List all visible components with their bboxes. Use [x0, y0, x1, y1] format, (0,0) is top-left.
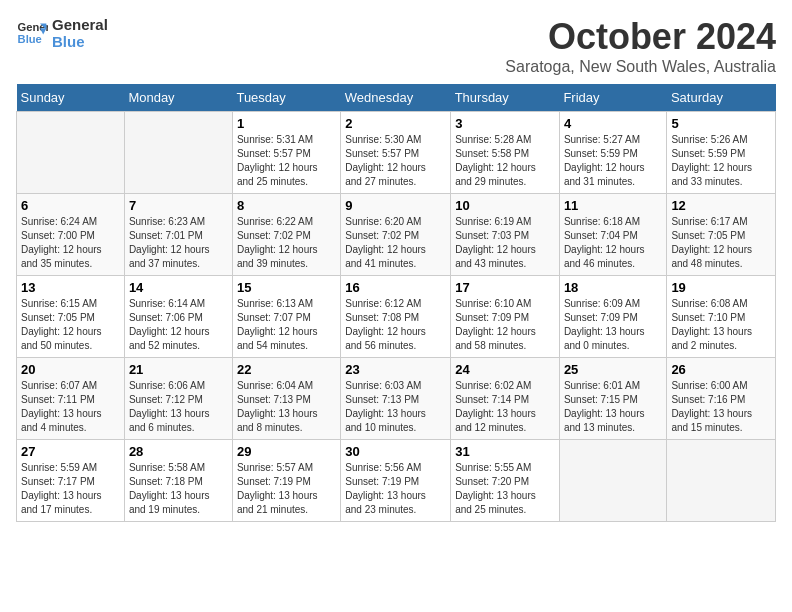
day-number: 29 — [237, 444, 336, 459]
day-cell: 21Sunrise: 6:06 AM Sunset: 7:12 PM Dayli… — [124, 358, 232, 440]
day-number: 4 — [564, 116, 663, 131]
day-number: 14 — [129, 280, 228, 295]
day-cell: 14Sunrise: 6:14 AM Sunset: 7:06 PM Dayli… — [124, 276, 232, 358]
day-number: 9 — [345, 198, 446, 213]
day-number: 24 — [455, 362, 555, 377]
calendar-table: SundayMondayTuesdayWednesdayThursdayFrid… — [16, 84, 776, 522]
header-row: SundayMondayTuesdayWednesdayThursdayFrid… — [17, 84, 776, 112]
day-info: Sunrise: 6:04 AM Sunset: 7:13 PM Dayligh… — [237, 379, 336, 435]
day-info: Sunrise: 5:57 AM Sunset: 7:19 PM Dayligh… — [237, 461, 336, 517]
day-info: Sunrise: 5:58 AM Sunset: 7:18 PM Dayligh… — [129, 461, 228, 517]
day-info: Sunrise: 6:15 AM Sunset: 7:05 PM Dayligh… — [21, 297, 120, 353]
day-info: Sunrise: 6:23 AM Sunset: 7:01 PM Dayligh… — [129, 215, 228, 271]
week-row-4: 27Sunrise: 5:59 AM Sunset: 7:17 PM Dayli… — [17, 440, 776, 522]
day-number: 26 — [671, 362, 771, 377]
day-number: 3 — [455, 116, 555, 131]
day-info: Sunrise: 5:56 AM Sunset: 7:19 PM Dayligh… — [345, 461, 446, 517]
week-row-3: 20Sunrise: 6:07 AM Sunset: 7:11 PM Dayli… — [17, 358, 776, 440]
day-cell: 12Sunrise: 6:17 AM Sunset: 7:05 PM Dayli… — [667, 194, 776, 276]
svg-text:Blue: Blue — [18, 33, 42, 45]
day-info: Sunrise: 5:26 AM Sunset: 5:59 PM Dayligh… — [671, 133, 771, 189]
day-cell — [559, 440, 667, 522]
logo-line2: Blue — [52, 33, 108, 50]
day-number: 1 — [237, 116, 336, 131]
day-cell: 29Sunrise: 5:57 AM Sunset: 7:19 PM Dayli… — [232, 440, 340, 522]
day-number: 20 — [21, 362, 120, 377]
day-number: 19 — [671, 280, 771, 295]
day-info: Sunrise: 6:03 AM Sunset: 7:13 PM Dayligh… — [345, 379, 446, 435]
week-row-2: 13Sunrise: 6:15 AM Sunset: 7:05 PM Dayli… — [17, 276, 776, 358]
day-info: Sunrise: 6:20 AM Sunset: 7:02 PM Dayligh… — [345, 215, 446, 271]
day-cell: 25Sunrise: 6:01 AM Sunset: 7:15 PM Dayli… — [559, 358, 667, 440]
week-row-0: 1Sunrise: 5:31 AM Sunset: 5:57 PM Daylig… — [17, 112, 776, 194]
day-number: 15 — [237, 280, 336, 295]
logo-line1: General — [52, 16, 108, 33]
day-cell: 10Sunrise: 6:19 AM Sunset: 7:03 PM Dayli… — [451, 194, 560, 276]
day-info: Sunrise: 6:22 AM Sunset: 7:02 PM Dayligh… — [237, 215, 336, 271]
header-thursday: Thursday — [451, 84, 560, 112]
title-block: October 2024 Saratoga, New South Wales, … — [505, 16, 776, 76]
day-info: Sunrise: 6:00 AM Sunset: 7:16 PM Dayligh… — [671, 379, 771, 435]
day-info: Sunrise: 6:19 AM Sunset: 7:03 PM Dayligh… — [455, 215, 555, 271]
day-cell: 4Sunrise: 5:27 AM Sunset: 5:59 PM Daylig… — [559, 112, 667, 194]
calendar-title: October 2024 — [505, 16, 776, 58]
day-cell: 8Sunrise: 6:22 AM Sunset: 7:02 PM Daylig… — [232, 194, 340, 276]
day-number: 30 — [345, 444, 446, 459]
day-number: 17 — [455, 280, 555, 295]
day-number: 28 — [129, 444, 228, 459]
day-cell: 11Sunrise: 6:18 AM Sunset: 7:04 PM Dayli… — [559, 194, 667, 276]
day-number: 21 — [129, 362, 228, 377]
day-cell — [17, 112, 125, 194]
calendar-subtitle: Saratoga, New South Wales, Australia — [505, 58, 776, 76]
day-number: 22 — [237, 362, 336, 377]
day-cell — [667, 440, 776, 522]
day-info: Sunrise: 5:30 AM Sunset: 5:57 PM Dayligh… — [345, 133, 446, 189]
day-cell: 1Sunrise: 5:31 AM Sunset: 5:57 PM Daylig… — [232, 112, 340, 194]
day-info: Sunrise: 6:18 AM Sunset: 7:04 PM Dayligh… — [564, 215, 663, 271]
header-sunday: Sunday — [17, 84, 125, 112]
day-number: 18 — [564, 280, 663, 295]
day-cell: 24Sunrise: 6:02 AM Sunset: 7:14 PM Dayli… — [451, 358, 560, 440]
day-info: Sunrise: 6:08 AM Sunset: 7:10 PM Dayligh… — [671, 297, 771, 353]
day-cell: 13Sunrise: 6:15 AM Sunset: 7:05 PM Dayli… — [17, 276, 125, 358]
day-number: 16 — [345, 280, 446, 295]
day-cell: 20Sunrise: 6:07 AM Sunset: 7:11 PM Dayli… — [17, 358, 125, 440]
day-cell: 27Sunrise: 5:59 AM Sunset: 7:17 PM Dayli… — [17, 440, 125, 522]
day-cell: 2Sunrise: 5:30 AM Sunset: 5:57 PM Daylig… — [341, 112, 451, 194]
day-cell: 19Sunrise: 6:08 AM Sunset: 7:10 PM Dayli… — [667, 276, 776, 358]
day-info: Sunrise: 6:07 AM Sunset: 7:11 PM Dayligh… — [21, 379, 120, 435]
day-number: 11 — [564, 198, 663, 213]
day-cell: 22Sunrise: 6:04 AM Sunset: 7:13 PM Dayli… — [232, 358, 340, 440]
day-cell — [124, 112, 232, 194]
day-info: Sunrise: 6:02 AM Sunset: 7:14 PM Dayligh… — [455, 379, 555, 435]
header-saturday: Saturday — [667, 84, 776, 112]
day-cell: 5Sunrise: 5:26 AM Sunset: 5:59 PM Daylig… — [667, 112, 776, 194]
day-info: Sunrise: 6:17 AM Sunset: 7:05 PM Dayligh… — [671, 215, 771, 271]
day-number: 31 — [455, 444, 555, 459]
day-cell: 3Sunrise: 5:28 AM Sunset: 5:58 PM Daylig… — [451, 112, 560, 194]
day-cell: 30Sunrise: 5:56 AM Sunset: 7:19 PM Dayli… — [341, 440, 451, 522]
logo: General Blue General Blue — [16, 16, 108, 50]
day-info: Sunrise: 6:14 AM Sunset: 7:06 PM Dayligh… — [129, 297, 228, 353]
week-row-1: 6Sunrise: 6:24 AM Sunset: 7:00 PM Daylig… — [17, 194, 776, 276]
header-friday: Friday — [559, 84, 667, 112]
header-wednesday: Wednesday — [341, 84, 451, 112]
day-info: Sunrise: 5:55 AM Sunset: 7:20 PM Dayligh… — [455, 461, 555, 517]
logo-icon: General Blue — [16, 17, 48, 49]
day-number: 8 — [237, 198, 336, 213]
day-cell: 16Sunrise: 6:12 AM Sunset: 7:08 PM Dayli… — [341, 276, 451, 358]
day-number: 13 — [21, 280, 120, 295]
day-number: 10 — [455, 198, 555, 213]
day-cell: 28Sunrise: 5:58 AM Sunset: 7:18 PM Dayli… — [124, 440, 232, 522]
day-cell: 17Sunrise: 6:10 AM Sunset: 7:09 PM Dayli… — [451, 276, 560, 358]
day-info: Sunrise: 5:31 AM Sunset: 5:57 PM Dayligh… — [237, 133, 336, 189]
day-info: Sunrise: 6:12 AM Sunset: 7:08 PM Dayligh… — [345, 297, 446, 353]
day-number: 25 — [564, 362, 663, 377]
day-cell: 31Sunrise: 5:55 AM Sunset: 7:20 PM Dayli… — [451, 440, 560, 522]
day-cell: 15Sunrise: 6:13 AM Sunset: 7:07 PM Dayli… — [232, 276, 340, 358]
day-number: 7 — [129, 198, 228, 213]
day-info: Sunrise: 6:13 AM Sunset: 7:07 PM Dayligh… — [237, 297, 336, 353]
header-monday: Monday — [124, 84, 232, 112]
day-cell: 7Sunrise: 6:23 AM Sunset: 7:01 PM Daylig… — [124, 194, 232, 276]
day-info: Sunrise: 6:24 AM Sunset: 7:00 PM Dayligh… — [21, 215, 120, 271]
